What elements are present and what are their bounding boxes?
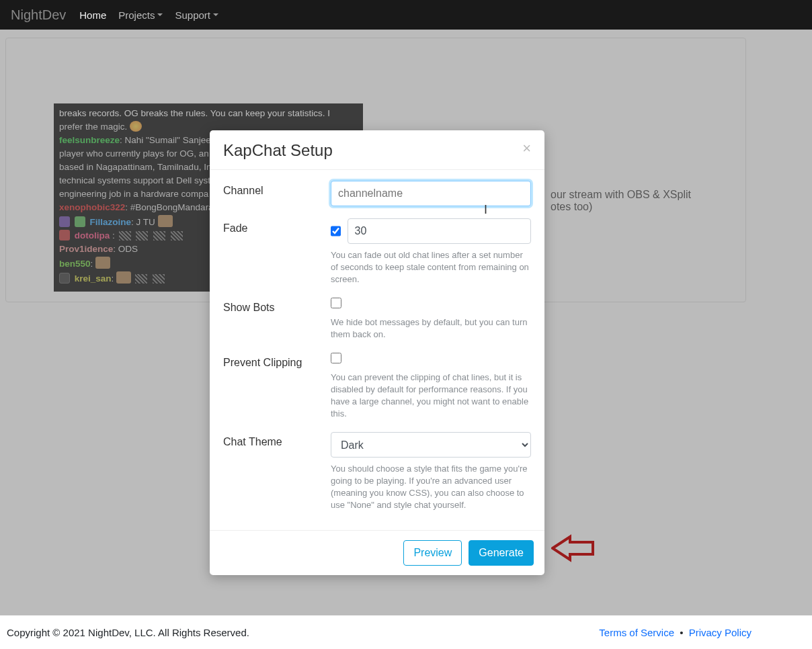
theme-help: You should choose a style that fits the … — [331, 463, 531, 511]
clip-help: You can prevent the clipping of chat lin… — [331, 372, 531, 420]
navbar: NightDev Home Projects Support — [0, 0, 812, 30]
prevent-clipping-checkbox[interactable] — [331, 353, 341, 363]
row-theme: Chat Theme Dark You should choose a styl… — [223, 432, 531, 511]
showbots-help: We hide bot messages by default, but you… — [331, 316, 531, 341]
preview-button[interactable]: Preview — [403, 540, 462, 566]
nav-projects[interactable]: Projects — [118, 9, 163, 21]
row-showbots: Show Bots We hide bot messages by defaul… — [223, 298, 531, 341]
close-icon[interactable]: × — [522, 141, 531, 156]
nav-support[interactable]: Support — [175, 9, 218, 21]
fade-label: Fade — [223, 218, 331, 286]
channel-input[interactable] — [331, 181, 531, 206]
fade-seconds-input[interactable] — [348, 218, 531, 244]
page-body: our stream with OBS & XSplit otes too) b… — [0, 30, 812, 615]
theme-label: Chat Theme — [223, 432, 331, 511]
showbots-label: Show Bots — [223, 298, 331, 341]
modal-body: Channel Fade You can fade out old chat l… — [210, 170, 544, 530]
modal-header: KapChat Setup × — [210, 130, 544, 170]
generate-button[interactable]: Generate — [469, 540, 534, 566]
channel-label: Channel — [223, 181, 331, 206]
showbots-checkbox[interactable] — [331, 298, 341, 308]
nav-support-label: Support — [175, 9, 210, 21]
row-fade: Fade You can fade out old chat lines aft… — [223, 218, 531, 286]
modal-kapchat-setup: KapChat Setup × Channel Fade You can fad… — [210, 130, 544, 575]
privacy-link[interactable]: Privacy Policy — [689, 627, 752, 638]
fade-checkbox[interactable] — [331, 226, 341, 236]
tos-link[interactable]: Terms of Service — [599, 627, 674, 638]
modal-title: KapChat Setup — [223, 141, 522, 160]
chevron-down-icon — [157, 13, 163, 16]
footer: Copyright © 2021 NightDev, LLC. All Righ… — [0, 615, 812, 649]
fade-help: You can fade out old chat lines after a … — [331, 249, 531, 286]
separator: • — [680, 627, 683, 638]
brand[interactable]: NightDev — [11, 7, 66, 23]
modal-footer: Preview Generate — [210, 530, 544, 575]
theme-select[interactable]: Dark — [331, 432, 531, 458]
row-channel: Channel — [223, 181, 531, 206]
row-prevent-clipping: Prevent Clipping You can prevent the cli… — [223, 353, 531, 420]
clip-label: Prevent Clipping — [223, 353, 331, 420]
copyright: Copyright © 2021 NightDev, LLC. All Righ… — [7, 627, 249, 638]
nav-projects-label: Projects — [118, 9, 155, 21]
arrow-annotation-icon — [551, 533, 598, 564]
nav-home[interactable]: Home — [79, 9, 106, 21]
chevron-down-icon — [213, 13, 218, 16]
